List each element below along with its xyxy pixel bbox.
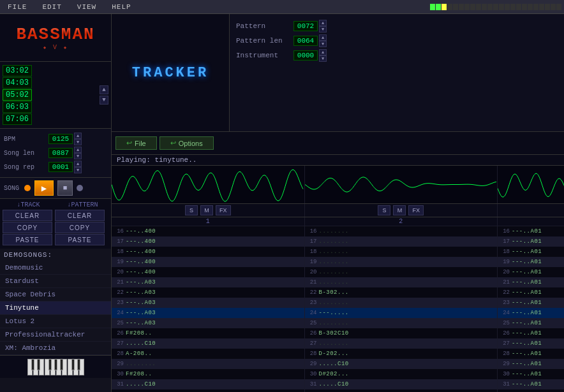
demo-item-tinytune[interactable]: Tinytune [0,301,111,315]
options-button[interactable]: ↩ Options [160,136,214,150]
table-row[interactable]: 32E-208... [112,389,304,392]
table-row[interactable]: 27........ [305,338,498,349]
table-row[interactable]: 28D-202... [305,349,498,359]
table-row[interactable]: 19---..400 [112,257,304,267]
pos-scroll-down[interactable]: ▼ [100,96,108,105]
table-row[interactable]: 27---..A01 [498,338,564,349]
table-row[interactable]: 24---..A01 [498,308,564,318]
table-row[interactable]: 25---..A03 [112,318,304,328]
table-row[interactable]: 20---..400 [112,267,304,277]
table-row[interactable]: 18---..400 [112,247,304,257]
track1-fx-button[interactable]: FX [216,205,231,215]
stop-button[interactable]: ■ [57,180,73,196]
table-row[interactable]: 19........ [305,257,498,267]
pattern-clear-button[interactable]: CLEAR [55,210,105,221]
songlen-down[interactable]: ▼ [74,153,82,159]
patternlen-down[interactable]: ▼ [319,41,327,47]
table-row[interactable]: 18........ [305,247,498,257]
table-row[interactable]: 26F#208.. [112,328,304,338]
track-paste-button[interactable]: PASTE [3,234,52,245]
table-row[interactable]: 17---..A01 [498,236,564,247]
table-row[interactable]: 31.....C10 [305,379,498,389]
table-row[interactable]: 16........ [305,226,498,236]
table-row[interactable]: 23........ [305,298,498,308]
track2-s-button[interactable]: S [378,205,390,215]
demo-item-lotus2[interactable]: Lotus 2 [0,315,111,328]
piano-key-as[interactable] [60,359,63,370]
table-row[interactable]: 21---..A01 [498,277,564,287]
table-row[interactable]: 22---..A03 [112,287,304,298]
table-row[interactable]: 30D#202... [305,369,498,379]
table-row[interactable]: 24---..... [305,308,498,318]
demo-item-professionaltracker[interactable]: Professionaltracker [0,328,111,342]
table-row[interactable]: 31.....C10 [112,379,304,389]
table-row[interactable]: 16---..A01 [498,226,564,236]
table-row[interactable]: 23---..A03 [112,298,304,308]
table-row[interactable]: 32C#304... [498,389,564,392]
piano-key-fs[interactable] [48,359,52,370]
patternlen-up[interactable]: ▲ [319,34,327,41]
table-row[interactable]: 21........ [305,277,498,287]
table-row[interactable]: 31---..A01 [498,379,564,389]
menu-help[interactable]: HELP [104,2,138,12]
table-row[interactable]: 30F#208.. [112,369,304,379]
songlen-value[interactable]: 0887 [48,148,73,158]
track-clear-button[interactable]: CLEAR [3,210,52,221]
track1-s-button[interactable]: S [185,205,198,215]
demo-item-spacedebris[interactable]: Space Debris [0,288,111,301]
table-row[interactable]: 17........ [305,236,498,247]
table-row[interactable]: 17---..400 [112,236,304,247]
table-row[interactable]: 22---..A01 [498,287,564,298]
piano-key-cs[interactable] [31,359,34,370]
table-row[interactable]: 19---..A01 [498,257,564,267]
pattern-copy-button[interactable]: COPY [55,222,105,233]
instrument-up[interactable]: ▲ [319,49,327,55]
menu-view[interactable]: VIEW [70,2,104,12]
table-row[interactable]: 27.....C10 [112,338,304,349]
songrep-value[interactable]: 0001 [48,162,73,172]
table-row[interactable]: 22B-302... [305,287,498,298]
table-row[interactable]: 26B-302C10 [305,328,498,338]
table-row[interactable]: 28A-208.. [112,349,304,359]
demo-item-stardust[interactable]: Stardust [0,275,111,288]
pos-scroll-up[interactable]: ▲ [100,85,108,94]
bpm-up[interactable]: ▲ [74,133,82,139]
track-copy-button[interactable]: COPY [3,222,52,233]
pattern-paste-button[interactable]: PASTE [55,234,105,245]
table-row[interactable]: 24---..A03 [112,308,304,318]
table-row[interactable]: 18---..A01 [498,247,564,257]
songrep-down[interactable]: ▼ [74,167,82,173]
table-row[interactable]: 32E-202... [305,389,498,392]
piano-key-gs[interactable] [54,359,57,370]
table-row[interactable]: 21---..A03 [112,277,304,287]
menu-file[interactable]: FILE [0,2,34,12]
table-row[interactable]: 25........ [305,318,498,328]
table-row[interactable]: 23---..A01 [498,298,564,308]
table-row[interactable]: 26---..A01 [498,328,564,338]
track1-m-button[interactable]: M [200,205,213,215]
table-row[interactable]: 28---..A01 [498,349,564,359]
file-button[interactable]: ↩ File [115,136,157,150]
patternlen-value[interactable]: 0064 [293,36,318,46]
songrep-up[interactable]: ▲ [74,161,82,167]
songlen-up[interactable]: ▲ [74,147,82,153]
pattern-down[interactable]: ▼ [319,26,327,33]
table-row[interactable]: 30---..A01 [498,369,564,379]
pattern-value[interactable]: 0072 [293,21,318,31]
demo-item-demomusic[interactable]: Demomusic [0,261,111,275]
piano-key-ds[interactable] [37,359,40,370]
bpm-down[interactable]: ▼ [74,139,82,145]
table-row[interactable]: 29.....C10 [305,359,498,369]
track2-m-button[interactable]: M [393,205,406,215]
table-row[interactable]: 29........ [112,359,304,369]
demo-item-ambrozia[interactable]: XM: Ambrozia [0,342,111,355]
piano-key-ds2[interactable] [77,359,80,370]
table-row[interactable]: 29---..A01 [498,359,564,369]
instrument-down[interactable]: ▼ [319,55,327,62]
table-row[interactable]: 20........ [305,267,498,277]
table-row[interactable]: 25---..A01 [498,318,564,328]
track2-fx-button[interactable]: FX [408,205,424,215]
table-row[interactable]: 16---..400 [112,226,304,236]
piano-key-cs2[interactable] [71,359,75,370]
bpm-value[interactable]: 0125 [48,134,73,144]
